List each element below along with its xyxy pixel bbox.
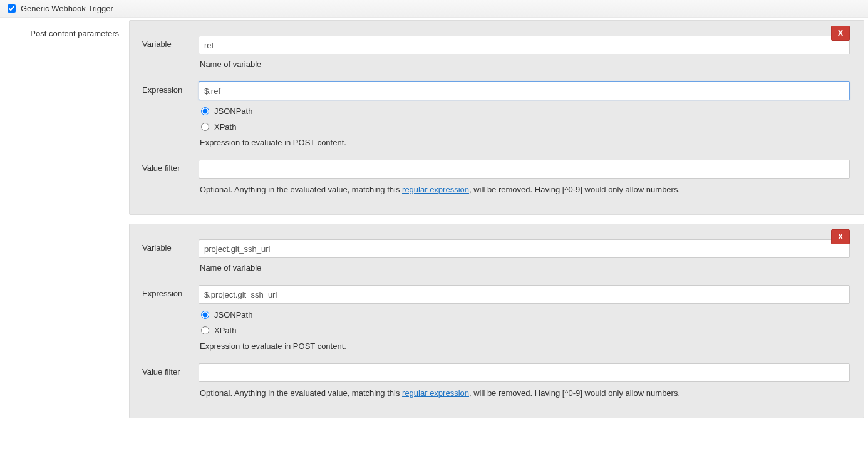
value-filter-help-post: , will be removed. Having [^0-9] would o… (469, 388, 680, 398)
value-filter-help-pre: Optional. Anything in the evaluated valu… (200, 185, 402, 194)
value-filter-input[interactable] (199, 160, 850, 179)
variable-label: Variable (138, 36, 199, 49)
jsonpath-radio[interactable] (201, 107, 209, 115)
value-filter-label: Value filter (138, 160, 199, 173)
xpath-radio[interactable] (201, 326, 209, 334)
expression-label: Expression (138, 81, 199, 95)
value-filter-help-pre: Optional. Anything in the evaluated valu… (200, 388, 402, 398)
regular-expression-link[interactable]: regular expression (402, 388, 469, 398)
parameters-panels: X Variable Name of variable Expression (129, 18, 868, 433)
expression-type-radio-group: JSONPath XPath (199, 106, 850, 132)
jsonpath-radio-label: JSONPath (214, 106, 252, 116)
expression-input[interactable] (199, 81, 850, 100)
jsonpath-radio[interactable] (201, 311, 209, 319)
value-filter-label: Value filter (138, 363, 199, 376)
value-filter-help-text: Optional. Anything in the evaluated valu… (199, 185, 850, 194)
variable-label: Variable (138, 239, 199, 252)
remove-parameter-button[interactable]: X (831, 26, 850, 41)
expression-type-radio-group: JSONPath XPath (199, 310, 850, 335)
variable-help-text: Name of variable (199, 60, 850, 69)
xpath-radio-label: XPath (214, 326, 236, 335)
expression-help-text: Expression to evaluate in POST content. (199, 138, 850, 147)
xpath-radio[interactable] (201, 123, 209, 131)
generic-webhook-trigger-checkbox[interactable] (8, 4, 16, 13)
value-filter-input[interactable] (199, 363, 850, 382)
regular-expression-link[interactable]: regular expression (402, 185, 469, 194)
section-label: Post content parameters (0, 18, 129, 49)
expression-input[interactable] (199, 285, 850, 304)
post-content-parameter-panel: X Variable Name of variable Expression (129, 20, 864, 215)
remove-parameter-button[interactable]: X (831, 229, 850, 244)
jsonpath-radio-label: JSONPath (214, 310, 252, 319)
expression-help-text: Expression to evaluate in POST content. (199, 341, 850, 351)
trigger-header: Generic Webhook Trigger (0, 0, 868, 18)
variable-help-text: Name of variable (199, 263, 850, 272)
value-filter-help-post: , will be removed. Having [^0-9] would o… (469, 185, 680, 194)
expression-label: Expression (138, 285, 199, 298)
generic-webhook-trigger-label: Generic Webhook Trigger (21, 4, 113, 13)
value-filter-help-text: Optional. Anything in the evaluated valu… (199, 388, 850, 398)
post-content-parameter-panel: X Variable Name of variable Expression (129, 224, 864, 418)
xpath-radio-label: XPath (214, 122, 236, 132)
variable-input[interactable] (199, 239, 850, 258)
variable-input[interactable] (199, 36, 850, 54)
